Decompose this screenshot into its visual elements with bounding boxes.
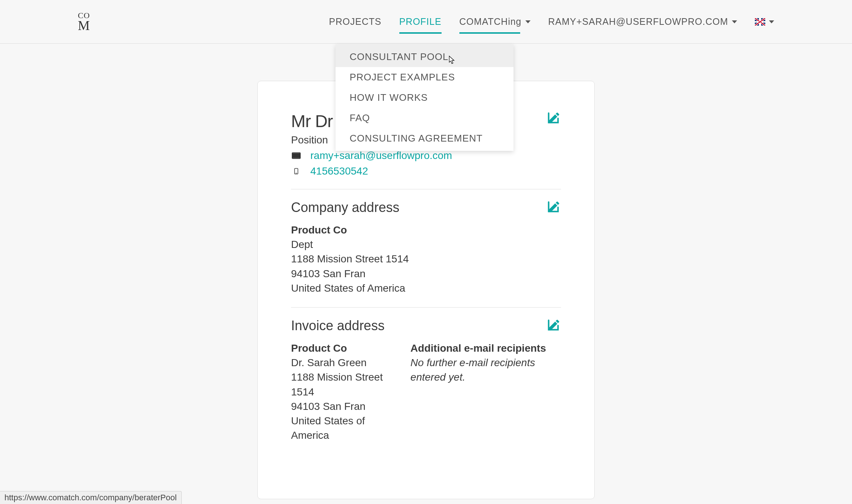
nav-projects-label: PROJECTS	[329, 16, 381, 27]
invoice-city-zip: 94103 San Fran	[291, 399, 388, 414]
nav-profile[interactable]: PROFILE	[399, 1, 442, 42]
profile-phone-row: 4156530542	[291, 165, 452, 177]
nav-projects[interactable]: PROJECTS	[329, 1, 381, 42]
dropdown-item-label: CONSULTANT POOL	[350, 51, 448, 62]
dropdown-item-label: CONSULTING AGREEMENT	[350, 133, 483, 144]
invoice-address-section: Invoice address Product Co Dr. Sarah Gre…	[291, 307, 561, 454]
status-url: https://www.comatch.com/company/beraterP…	[4, 493, 177, 499]
invoice-street: 1188 Mission Street 1514	[291, 370, 388, 399]
invoice-recipients-block: Additional e-mail recipients No further …	[410, 341, 561, 442]
nav-user-menu[interactable]: RAMY+SARAH@USERFLOWPRO.COM	[548, 1, 737, 42]
company-country: United States of America	[291, 281, 561, 295]
dropdown-item-label: FAQ	[350, 112, 370, 123]
logo[interactable]: CO M	[78, 11, 90, 32]
nav-user-email: RAMY+SARAH@USERFLOWPRO.COM	[548, 16, 728, 27]
profile-email-link[interactable]: ramy+sarah@userflowpro.com	[310, 150, 452, 162]
invoice-country: United States of America	[291, 414, 388, 442]
company-city-zip: 94103 San Fran	[291, 266, 561, 281]
company-address-section: Company address Product Co Dept 1188 Mis…	[291, 189, 561, 307]
company-street: 1188 Mission Street 1514	[291, 252, 561, 266]
nav-language[interactable]	[755, 3, 774, 40]
invoice-address-header: Invoice address	[291, 318, 561, 334]
profile-email-row: ramy+sarah@userflowpro.com	[291, 150, 452, 162]
dropdown-faq[interactable]: FAQ	[336, 108, 513, 128]
company-dept: Dept	[291, 237, 561, 252]
top-nav-bar: CO M PROJECTS PROFILE COMATCHing RAMY+SA…	[0, 0, 852, 44]
nav-profile-label: PROFILE	[399, 16, 442, 27]
edit-icon[interactable]	[547, 200, 561, 214]
dropdown-consultant-pool[interactable]: CONSULTANT POOL	[336, 44, 513, 67]
company-name: Product Co	[291, 223, 561, 237]
company-address-header: Company address	[291, 200, 561, 215]
dropdown-item-label: HOW IT WORKS	[350, 92, 428, 103]
edit-icon[interactable]	[547, 111, 561, 125]
invoice-columns: Product Co Dr. Sarah Green 1188 Mission …	[291, 341, 561, 442]
uk-flag-icon	[755, 18, 765, 26]
invoice-contact: Dr. Sarah Green	[291, 355, 388, 370]
dropdown-consulting-agreement[interactable]: CONSULTING AGREEMENT	[336, 128, 513, 151]
nav-comatching-label: COMATCHing	[459, 16, 522, 27]
invoice-address-block: Product Co Dr. Sarah Green 1188 Mission …	[291, 341, 388, 442]
dropdown-item-label: PROJECT EXAMPLES	[350, 72, 455, 83]
invoice-recipients-empty: No further e-mail recipients entered yet…	[410, 355, 561, 384]
profile-phone-link[interactable]: 4156530542	[310, 165, 368, 177]
main-nav: PROJECTS PROFILE COMATCHing RAMY+SARAH@U…	[329, 1, 774, 42]
dropdown-how-it-works[interactable]: HOW IT WORKS	[336, 87, 513, 108]
company-address-block: Product Co Dept 1188 Mission Street 1514…	[291, 223, 561, 295]
caret-down-icon	[732, 20, 737, 23]
invoice-address-title: Invoice address	[291, 318, 384, 334]
browser-status-bar: https://www.comatch.com/company/beraterP…	[0, 491, 182, 499]
invoice-company: Product Co	[291, 341, 388, 355]
envelope-icon	[291, 151, 301, 160]
caret-down-icon	[769, 20, 774, 23]
invoice-recipients-label: Additional e-mail recipients	[410, 341, 561, 355]
caret-down-icon	[525, 20, 531, 23]
edit-icon[interactable]	[547, 318, 561, 332]
company-address-title: Company address	[291, 200, 399, 215]
comatching-dropdown: CONSULTANT POOL PROJECT EXAMPLES HOW IT …	[336, 44, 513, 151]
mobile-phone-icon	[291, 166, 301, 176]
nav-comatching[interactable]: COMATCHing	[459, 1, 531, 42]
dropdown-project-examples[interactable]: PROJECT EXAMPLES	[336, 67, 513, 87]
logo-bottom: M	[78, 19, 90, 32]
